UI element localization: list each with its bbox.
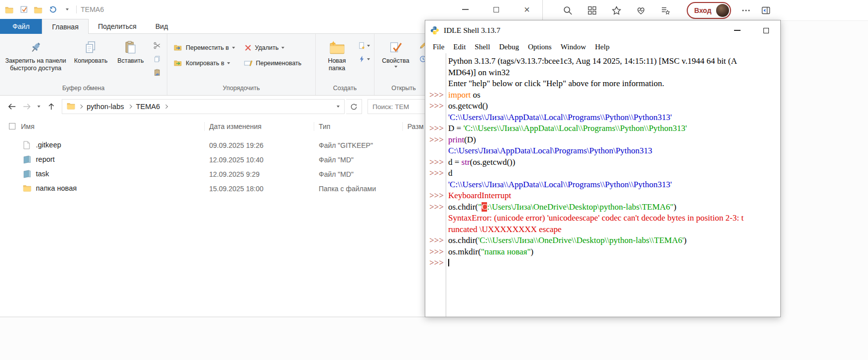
close-button[interactable]: × — [511, 0, 542, 19]
copy-label: Копировать — [74, 57, 108, 65]
explorer-app-icon[interactable] — [5, 5, 13, 14]
chevron-down-icon — [281, 47, 284, 49]
copy-to-button[interactable]: Копировать в — [174, 58, 235, 68]
properties-label: Свойства — [382, 57, 409, 65]
menu-file[interactable]: File — [428, 43, 449, 51]
idle-menubar: FileEditShellDebugOptionsWindowHelp — [425, 40, 780, 53]
shell-text: print(D) — [445, 134, 780, 146]
shell-line: Python 3.13.7 (tags/v3.13.7:bcee1c3, Aug… — [425, 56, 780, 67]
arrow-up-icon — [47, 102, 56, 111]
idle-window: IDLE Shell 3.13.7 FileEditShellDebugOpti… — [425, 20, 781, 317]
chevron-down-icon — [37, 106, 40, 108]
pin-to-quick-access-button[interactable]: Закрепить на панели быстрого доступа — [2, 36, 69, 84]
rename-button[interactable]: Переименовать — [244, 58, 302, 68]
shell-line: MD64)] on win32 — [425, 67, 780, 79]
tab-Поделиться[interactable]: Поделиться — [89, 19, 146, 34]
copy-path-button[interactable] — [150, 53, 163, 65]
select-all-checkbox[interactable] — [9, 123, 15, 129]
cut-button[interactable] — [150, 40, 163, 51]
search-icon[interactable] — [563, 5, 573, 15]
menu-debug[interactable]: Debug — [495, 43, 523, 51]
md-icon — [23, 155, 32, 164]
more-options-icon[interactable] — [741, 5, 751, 15]
minimize-button[interactable] — [450, 0, 481, 19]
chevron-down-icon — [367, 58, 370, 60]
forward-button[interactable] — [20, 100, 33, 114]
menu-options[interactable]: Options — [523, 43, 556, 51]
collections-icon[interactable] — [660, 5, 670, 15]
favorites-star-icon[interactable] — [612, 5, 621, 15]
easy-access-icon — [358, 55, 366, 63]
explorer-titlebar: TEMA6 × — [0, 0, 542, 19]
shell-text: 'C:\\Users\\Лиза\\AppData\\Local\\Progra… — [445, 112, 780, 123]
column-separator — [204, 122, 205, 131]
new-item-button[interactable] — [358, 40, 371, 51]
code-segment: 'C:\\Users\\Лиза\\AppData\\Local\\Progra… — [463, 123, 687, 133]
properties-check-icon[interactable] — [19, 5, 28, 14]
signin-button[interactable]: Вход — [687, 2, 731, 19]
address-box[interactable]: python-labsTEMA6 — [62, 99, 345, 114]
text-cursor — [448, 259, 449, 266]
shell-prompt — [425, 56, 445, 67]
shell-line: >>>d = str(os.getcwd()) — [425, 157, 780, 168]
new-folder-icon[interactable] — [34, 5, 42, 14]
tab-Файл[interactable]: Файл — [0, 19, 42, 34]
shell-textarea[interactable]: Python 3.13.7 (tags/v3.13.7:bcee1c3, Aug… — [425, 53, 780, 317]
refresh-button[interactable] — [346, 99, 362, 114]
profile-avatar — [716, 4, 729, 17]
delete-button[interactable]: Удалить — [244, 43, 302, 53]
code-segment: d — [448, 168, 453, 178]
shell-text: 'C:\\Users\\Лиза\\AppData\\Local\\Progra… — [445, 179, 780, 191]
customize-chevron-icon[interactable] — [63, 5, 71, 14]
column-header-type[interactable]: Тип — [319, 122, 330, 130]
easy-access-button[interactable] — [358, 53, 371, 65]
shell-text: os.getcwd() — [445, 101, 780, 112]
properties-button[interactable]: Свойства — [376, 36, 415, 84]
column-header-date[interactable]: Дата изменения — [209, 122, 261, 130]
delete-icon — [244, 44, 252, 52]
arrow-right-icon — [22, 102, 32, 112]
pin-icon — [29, 37, 43, 57]
column-header-size[interactable]: Разм — [407, 122, 424, 130]
menu-shell[interactable]: Shell — [470, 43, 495, 51]
paste-button[interactable]: Вставить — [112, 36, 149, 84]
shell-text: Python 3.13.7 (tags/v3.13.7:bcee1c3, Aug… — [445, 56, 780, 67]
code-segment: os.chdir( — [448, 236, 478, 245]
shell-prompt — [425, 224, 445, 236]
undo-icon[interactable] — [48, 5, 57, 14]
shell-text: os.mkdir("папка новая") — [445, 246, 780, 258]
sidebar-toggle-icon[interactable] — [761, 5, 771, 15]
code-segment: "папка новая" — [481, 247, 531, 256]
address-dropdown-button[interactable] — [337, 106, 340, 108]
up-button[interactable] — [44, 100, 58, 114]
tab-grid-icon[interactable] — [587, 5, 597, 15]
shell-line: SyntaxError: (unicode error) 'unicodeesc… — [425, 213, 780, 224]
edge-toolbar-trailing-icons — [741, 5, 781, 15]
tab-Вид[interactable]: Вид — [146, 19, 177, 34]
shell-prompt: >>> — [425, 246, 445, 258]
shell-text: MD64)] on win32 — [445, 67, 780, 79]
new-folder-button[interactable]: Новая папка — [318, 36, 356, 84]
breadcrumb-item[interactable]: TEMA6 — [135, 103, 160, 111]
edge-toolbar: Вход — [543, 0, 868, 21]
idle-minimize-button[interactable] — [723, 20, 751, 40]
copy-button[interactable]: Копировать — [69, 36, 112, 84]
minimize-icon — [734, 30, 741, 31]
recent-locations-button[interactable] — [35, 100, 43, 114]
paste-shortcut-button[interactable] — [150, 67, 163, 78]
chevron-down-icon — [227, 62, 230, 64]
menu-window[interactable]: Window — [556, 43, 591, 51]
move-to-button[interactable]: Переместить в — [174, 43, 235, 53]
menu-edit[interactable]: Edit — [449, 43, 470, 51]
browser-essentials-icon[interactable] — [636, 5, 646, 15]
breadcrumb-item[interactable]: python-labs — [86, 103, 124, 111]
column-header-name[interactable]: Имя — [21, 122, 34, 130]
titlebar-separator — [76, 5, 77, 13]
menu-help[interactable]: Help — [591, 43, 614, 51]
idle-maximize-button[interactable] — [751, 20, 780, 40]
shell-line: 'C:\\Users\\Лиза\\AppData\\Local\\Progra… — [425, 179, 780, 191]
back-button[interactable] — [5, 100, 18, 114]
tab-Главная[interactable]: Главная — [42, 19, 88, 34]
code-segment: MD64)] on win32 — [448, 68, 510, 77]
maximize-button[interactable] — [481, 0, 511, 19]
